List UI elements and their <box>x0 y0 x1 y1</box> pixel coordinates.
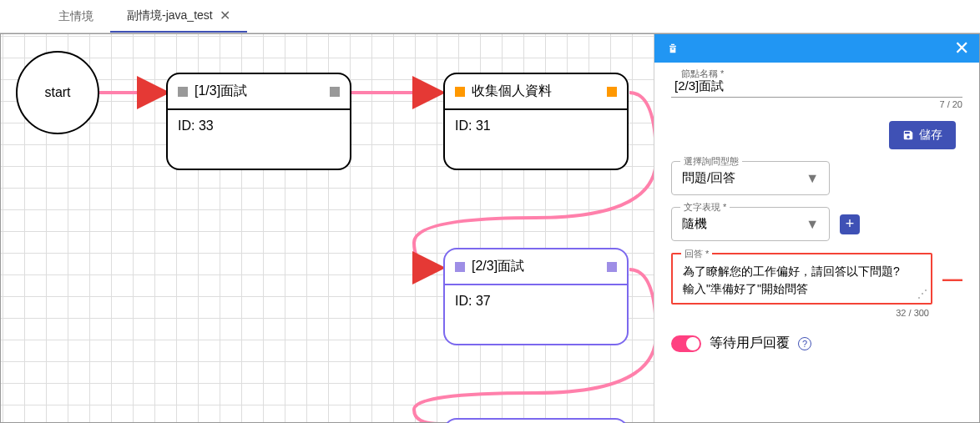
save-button[interactable]: 儲存 <box>889 121 956 149</box>
start-node[interactable]: start <box>16 51 99 134</box>
resize-handle-icon[interactable]: ⋰ <box>917 288 927 300</box>
port-out-icon[interactable] <box>607 262 617 272</box>
port-out-icon[interactable] <box>607 87 617 97</box>
help-icon[interactable]: ? <box>798 337 811 350</box>
tab-sub[interactable]: 副情境-java_test ✕ <box>110 0 247 33</box>
toggle-label: 等待用戶回覆 <box>710 335 790 352</box>
question-type-select[interactable]: 選擇詢問型態 問題/回答 ▼ <box>671 161 830 195</box>
tab-main[interactable]: 主情境 <box>42 0 110 33</box>
svg-rect-0 <box>672 48 674 49</box>
node-id: ID: 31 <box>445 110 627 169</box>
field-label: 文字表現 * <box>680 201 730 214</box>
node-partial[interactable] <box>443 418 629 423</box>
add-button[interactable]: + <box>840 214 860 234</box>
node-interview-2[interactable]: [2/3]面試 ID: 37 <box>443 248 629 345</box>
field-label: 節點名稱 * <box>678 68 727 80</box>
panel-header: ✕ <box>654 34 979 63</box>
delete-icon[interactable] <box>664 40 681 57</box>
node-interview-1[interactable]: [1/3]面試 ID: 33 <box>166 73 351 170</box>
select-value: 隨機 <box>682 216 806 232</box>
remove-button[interactable]: — <box>942 267 962 290</box>
port-in-icon[interactable] <box>178 87 188 97</box>
chevron-down-icon: ▼ <box>806 171 819 186</box>
node-name-field: 節點名稱 * 7 / 20 <box>671 73 962 109</box>
close-icon[interactable]: ✕ <box>954 38 969 59</box>
select-value: 問題/回答 <box>682 170 806 186</box>
port-in-icon[interactable] <box>455 87 465 97</box>
answer-textarea[interactable]: 為了瞭解您的工作偏好，請回答以下問題? 輸入"準備好了"開始問答 <box>683 263 921 298</box>
char-counter: 32 / 300 <box>671 308 962 318</box>
answer-field[interactable]: 回答 * 為了瞭解您的工作偏好，請回答以下問題? 輸入"準備好了"開始問答 ⋰ <box>671 253 932 305</box>
field-label: 選擇詢問型態 <box>680 155 742 168</box>
node-title: 收集個人資料 <box>472 83 600 100</box>
field-label: 回答 * <box>681 248 712 260</box>
node-collect-info[interactable]: 收集個人資料 ID: 31 <box>443 73 629 170</box>
tab-main-label: 主情境 <box>58 9 93 24</box>
close-icon[interactable]: ✕ <box>220 8 230 23</box>
side-panel: ✕ 節點名稱 * 7 / 20 儲存 選擇詢問型態 問題/回答 ▼ <box>654 34 979 422</box>
char-counter: 7 / 20 <box>671 99 962 109</box>
tab-bar: 主情境 副情境-java_test ✕ <box>0 0 980 33</box>
node-id: ID: 37 <box>445 285 627 344</box>
port-out-icon[interactable] <box>330 87 340 97</box>
node-title: [2/3]面試 <box>472 258 600 275</box>
text-expression-select[interactable]: 文字表現 * 隨機 ▼ <box>671 207 830 241</box>
save-icon <box>902 129 914 141</box>
tab-sub-label: 副情境-java_test <box>127 8 213 23</box>
chevron-down-icon: ▼ <box>806 217 819 232</box>
wait-reply-toggle[interactable] <box>671 335 701 352</box>
node-id: ID: 33 <box>168 110 350 169</box>
save-label: 儲存 <box>919 128 942 143</box>
node-title: [1/3]面試 <box>194 83 323 100</box>
port-in-icon[interactable] <box>455 262 465 272</box>
start-label: start <box>44 85 70 100</box>
